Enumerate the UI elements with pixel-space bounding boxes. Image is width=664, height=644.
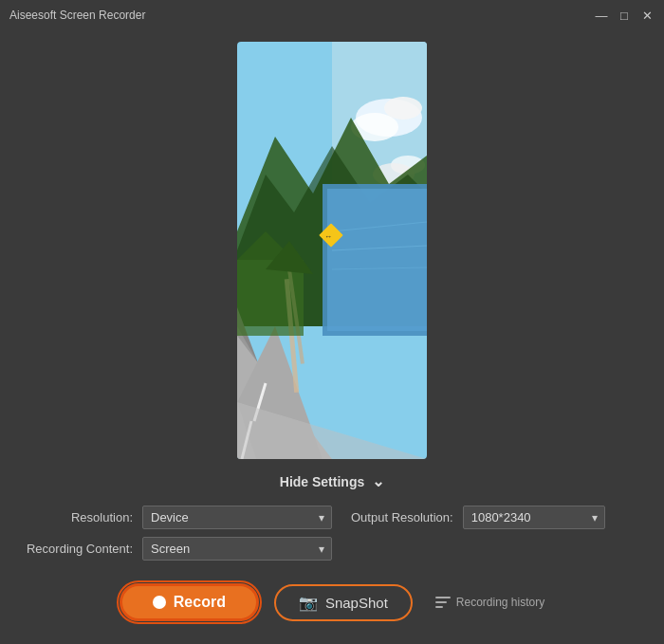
history-line-3 [435,606,443,608]
window-controls: — □ ✕ [594,8,655,23]
close-button[interactable]: ✕ [639,8,655,23]
resolution-row: Resolution: Device Custom Full Screen Ou… [19,506,645,529]
recording-history-label: Recording history [456,596,544,609]
app-title: Aiseesoft Screen Recorder [9,9,145,22]
record-dot-icon [153,596,166,609]
record-button[interactable]: Record [120,583,259,621]
action-bar: Record 📷 SnapShot Recording history [0,570,664,635]
settings-panel: Resolution: Device Custom Full Screen Ou… [0,500,664,570]
resolution-label: Resolution: [19,510,133,524]
svg-rect-19 [327,189,427,331]
history-line-1 [435,597,451,598]
preview-image: ↔ [237,42,427,459]
output-resolution-select[interactable]: 1080*2340 720*1280 480*854 [463,506,605,529]
recording-content-select[interactable]: Screen Window Region [142,537,332,561]
snapshot-label: SnapShot [325,595,388,611]
output-resolution-select-wrapper: 1080*2340 720*1280 480*854 [463,506,605,529]
camera-icon: 📷 [299,594,318,612]
snapshot-button[interactable]: 📷 SnapShot [274,584,413,621]
resolution-select-wrapper: Device Custom Full Screen [142,506,332,529]
history-line-2 [435,601,447,603]
title-bar: Aiseesoft Screen Recorder — □ ✕ [0,0,664,30]
recording-history-button[interactable]: Recording history [435,596,544,609]
recording-content-label: Recording Content: [19,542,133,556]
hide-settings-label: Hide Settings [280,474,364,489]
history-lines-icon [435,597,451,608]
record-label: Record [174,594,226,611]
resolution-select[interactable]: Device Custom Full Screen [142,506,332,529]
chevron-down-icon: ⌄ [372,472,384,490]
recording-content-select-wrapper: Screen Window Region [142,537,332,561]
output-resolution-label: Output Resolution: [351,510,453,524]
recording-content-row: Recording Content: Screen Window Region [19,537,645,561]
svg-text:↔: ↔ [324,232,332,241]
svg-point-4 [384,97,422,120]
maximize-button[interactable]: □ [617,8,632,23]
hide-settings-bar[interactable]: Hide Settings ⌄ [0,467,664,500]
minimize-button[interactable]: — [594,8,609,23]
preview-area: ↔ [0,30,664,467]
